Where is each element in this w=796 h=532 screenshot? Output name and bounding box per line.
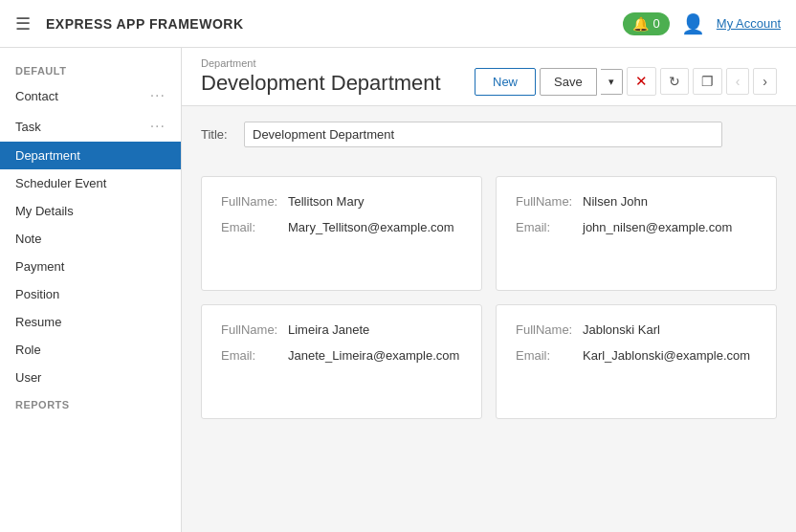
card-2-fullname-value: Limeira Janete (288, 322, 369, 337)
topbar-right: 🔔 0 👤 My Account (623, 12, 781, 35)
card-0-email-value: Mary_Tellitson@example.com (288, 220, 454, 234)
sidebar-section-reports: REPORTS (0, 391, 181, 414)
sidebar-item-position-label: Position (15, 287, 59, 301)
card-2-email-label: Email: (221, 348, 288, 363)
copy-button[interactable]: ❐ (693, 68, 722, 95)
sidebar-item-resume[interactable]: Resume (0, 308, 181, 336)
hamburger-icon[interactable]: ☰ (15, 13, 31, 34)
topbar: ☰ EXPRESS APP FRAMEWORK 🔔 0 👤 My Account (0, 0, 796, 48)
card-0: FullName: Tellitson Mary Email: Mary_Tel… (201, 176, 482, 291)
title-label: Title: (201, 127, 234, 142)
sidebar-section-default: DEFAULT (0, 57, 181, 80)
sidebar-item-contact-dots: ··· (150, 87, 166, 104)
sidebar-item-contact-label: Contact (15, 89, 58, 103)
sidebar-item-role[interactable]: Role (0, 336, 181, 364)
card-3-email-value: Karl_Jablonski@example.com (583, 348, 750, 363)
form-area: Title: (182, 106, 796, 176)
content-area: Department Development Department New Sa… (182, 48, 796, 532)
card-3-email-row: Email: Karl_Jablonski@example.com (516, 348, 757, 363)
main-layout: DEFAULT Contact ··· Task ··· Department … (0, 48, 796, 532)
card-3-fullname-row: FullName: Jablonski Karl (516, 322, 757, 337)
page-header-left: Department Development Department (201, 57, 463, 96)
card-1-email-row: Email: john_nilsen@example.com (516, 220, 757, 234)
sidebar-item-role-label: Role (15, 343, 41, 357)
title-input[interactable] (244, 122, 722, 147)
card-2-fullname-label: FullName: (221, 322, 288, 337)
card-1-fullname-row: FullName: Nilsen John (516, 194, 757, 209)
save-button[interactable]: Save (540, 68, 597, 96)
card-0-fullname-row: FullName: Tellitson Mary (221, 194, 462, 209)
my-account-link[interactable]: My Account (717, 16, 781, 31)
card-2: FullName: Limeira Janete Email: Janete_L… (201, 304, 482, 419)
cards-grid: FullName: Tellitson Mary Email: Mary_Tel… (182, 176, 796, 438)
sidebar-item-my-details-label: My Details (15, 204, 74, 218)
card-3: FullName: Jablonski Karl Email: Karl_Jab… (496, 304, 777, 419)
sidebar-item-user[interactable]: User (0, 364, 181, 391)
sidebar-item-task[interactable]: Task ··· (0, 111, 181, 142)
card-2-fullname-row: FullName: Limeira Janete (221, 322, 462, 337)
delete-button[interactable]: ✕ (627, 67, 656, 96)
card-3-email-label: Email: (516, 348, 583, 363)
notification-count: 0 (653, 16, 660, 31)
sidebar-item-resume-label: Resume (15, 315, 61, 329)
title-row: Title: (201, 122, 777, 147)
bell-icon: 🔔 (632, 16, 649, 32)
card-3-fullname-label: FullName: (516, 322, 583, 337)
card-1-email-label: Email: (516, 220, 583, 234)
sidebar-item-position[interactable]: Position (0, 280, 181, 308)
save-dropdown-button[interactable]: ▾ (601, 69, 623, 95)
card-0-email-label: Email: (221, 220, 288, 234)
sidebar: DEFAULT Contact ··· Task ··· Department … (0, 48, 182, 532)
page-header: Department Development Department New Sa… (182, 48, 796, 106)
new-button[interactable]: New (475, 68, 536, 96)
card-1-fullname-value: Nilsen John (583, 194, 648, 209)
refresh-button[interactable]: ↻ (660, 68, 689, 95)
sidebar-item-department[interactable]: Department (0, 142, 181, 169)
card-2-email-row: Email: Janete_Limeira@example.com (221, 348, 462, 363)
breadcrumb: Department (201, 57, 463, 69)
card-0-fullname-value: Tellitson Mary (288, 194, 364, 209)
sidebar-item-scheduler-event-label: Scheduler Event (15, 176, 106, 190)
next-button[interactable]: › (753, 68, 777, 95)
card-0-email-row: Email: Mary_Tellitson@example.com (221, 220, 462, 234)
sidebar-item-scheduler-event[interactable]: Scheduler Event (0, 169, 181, 197)
sidebar-item-note[interactable]: Note (0, 225, 181, 253)
sidebar-item-department-label: Department (15, 148, 80, 163)
card-0-fullname-label: FullName: (221, 194, 288, 209)
notification-button[interactable]: 🔔 0 (623, 12, 670, 35)
sidebar-item-payment-label: Payment (15, 259, 64, 274)
sidebar-item-my-details[interactable]: My Details (0, 197, 181, 225)
card-1-fullname-label: FullName: (516, 194, 583, 209)
prev-button[interactable]: ‹ (726, 68, 750, 95)
app-title: EXPRESS APP FRAMEWORK (46, 16, 623, 32)
card-1-email-value: john_nilsen@example.com (583, 220, 732, 234)
sidebar-item-task-label: Task (15, 120, 41, 134)
card-3-fullname-value: Jablonski Karl (583, 322, 660, 337)
sidebar-item-user-label: User (15, 370, 41, 385)
user-avatar-icon[interactable]: 👤 (681, 12, 705, 35)
card-2-email-value: Janete_Limeira@example.com (288, 348, 459, 363)
sidebar-item-contact[interactable]: Contact ··· (0, 80, 181, 111)
page-title: Development Department (201, 71, 463, 96)
sidebar-item-payment[interactable]: Payment (0, 253, 181, 280)
sidebar-item-task-dots: ··· (150, 118, 166, 135)
toolbar: New Save ▾ ✕ ↻ ❐ ‹ › (475, 67, 777, 96)
card-1: FullName: Nilsen John Email: john_nilsen… (496, 176, 777, 291)
sidebar-item-note-label: Note (15, 232, 41, 246)
